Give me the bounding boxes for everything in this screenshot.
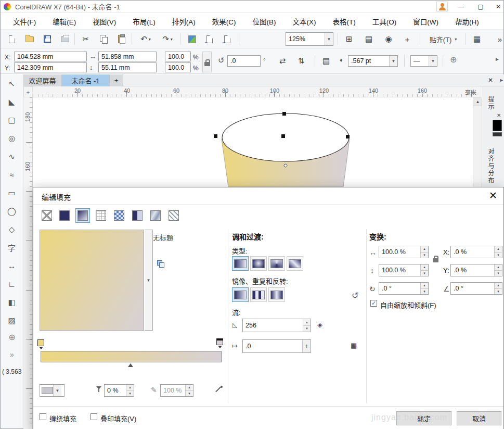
- object-width-field[interactable]: 51.858 mm: [98, 52, 157, 61]
- menu-table[interactable]: 表格(T): [325, 13, 364, 29]
- node-transparency-field[interactable]: 0 % ▴▾: [104, 384, 134, 397]
- gradient-stop-end[interactable]: [216, 338, 223, 345]
- close-document-button[interactable]: ✕: [488, 77, 493, 84]
- polygon-tool[interactable]: ◇: [1, 220, 23, 238]
- maximize-button[interactable]: ▢: [472, 1, 489, 13]
- selection-handle-right[interactable]: [346, 135, 350, 138]
- options-button[interactable]: ▦: [470, 32, 484, 46]
- wireframe-button[interactable]: ▤: [319, 54, 333, 68]
- print-button[interactable]: [58, 32, 72, 46]
- selection-handle-top[interactable]: [282, 112, 286, 116]
- dialog-close-button[interactable]: ✕: [487, 189, 499, 201]
- menu-tools[interactable]: 工具(O): [364, 13, 405, 29]
- freehand-tool[interactable]: ∿: [1, 147, 23, 166]
- fill-x-field[interactable]: .0 % ▴▾: [450, 246, 502, 258]
- propbar-overflow-button[interactable]: ►: [495, 56, 500, 62]
- node-color-combo[interactable]: ▼: [40, 384, 64, 397]
- scroll-up-button[interactable]: ▲: [473, 97, 482, 106]
- text-tool[interactable]: 字: [1, 238, 23, 257]
- cut-button[interactable]: ✂: [79, 32, 93, 46]
- lock-ratio-button[interactable]: [202, 52, 212, 72]
- transparency-tool[interactable]: ▨: [1, 311, 23, 330]
- dimension-tool[interactable]: ↔: [1, 257, 23, 275]
- drawing-canvas[interactable]: [33, 97, 473, 187]
- menu-file[interactable]: 文件(F): [5, 13, 44, 29]
- palette-dark-swatch[interactable]: [493, 132, 502, 136]
- mirror-horizontal-button[interactable]: ⇄: [275, 54, 290, 68]
- menu-layout[interactable]: 布局(L): [124, 13, 164, 29]
- docker-tab-align-distribute[interactable]: 对齐与分布: [486, 148, 495, 184]
- paste-button[interactable]: [114, 32, 128, 46]
- fill-type-postscript[interactable]: [166, 208, 181, 223]
- menu-view[interactable]: 视图(V): [84, 13, 124, 29]
- outline-width-combo[interactable]: .567 pt ▼: [348, 55, 398, 67]
- mirror-vertical-button[interactable]: ⇅: [294, 54, 308, 68]
- menu-bitmaps[interactable]: 位图(B): [244, 13, 285, 29]
- horizontal-ruler[interactable]: 20 40 60 80 100 120 140 160 毫米: [33, 86, 481, 97]
- gradient-stop-start[interactable]: [37, 339, 44, 346]
- quick-customize-button[interactable]: ⊕: [450, 55, 457, 65]
- fill-type-texture[interactable]: [148, 208, 163, 223]
- fill-type-uniform[interactable]: [57, 208, 72, 223]
- fill-type-vector-pattern[interactable]: [94, 208, 108, 223]
- wrap-fill-checkbox[interactable]: [40, 413, 46, 420]
- node-position-stepper[interactable]: ▴▾: [185, 385, 193, 396]
- docker-tab-hints[interactable]: 提示: [486, 96, 495, 110]
- ellipse-tool[interactable]: ◯: [1, 202, 23, 220]
- fill-type-bitmap-pattern[interactable]: [112, 208, 126, 223]
- node-color-dropdown-icon[interactable]: ▼: [53, 385, 61, 396]
- copy-button[interactable]: [96, 32, 111, 46]
- rectangle-tool[interactable]: ▭: [1, 184, 23, 202]
- y-position-field[interactable]: 142.309 mm: [14, 62, 87, 72]
- menu-window[interactable]: 窗口(W): [405, 13, 447, 29]
- fill-height-stepper[interactable]: ▴▾: [420, 264, 428, 276]
- shape-tool[interactable]: ◣: [1, 93, 23, 111]
- transform-lock-icon[interactable]: [433, 258, 438, 262]
- undo-button[interactable]: ↶▾: [136, 32, 156, 46]
- fill-skew-stepper[interactable]: ▴▾: [494, 283, 502, 294]
- pick-tool[interactable]: ↖: [1, 74, 23, 93]
- ok-button[interactable]: 确定: [396, 411, 451, 425]
- smooth-blend-button[interactable]: ◈: [317, 321, 322, 329]
- account-icon[interactable]: [436, 2, 448, 11]
- fill-rotate-stepper[interactable]: ▴▾: [420, 283, 428, 294]
- free-scale-checkbox[interactable]: ✓: [370, 300, 377, 307]
- minimize-button[interactable]: —: [452, 1, 470, 13]
- fill-width-field[interactable]: 100.0 % ▴▾: [379, 246, 429, 258]
- fill-height-field[interactable]: 100.0 % ▴▾: [379, 264, 429, 276]
- fill-type-fountain[interactable]: [75, 208, 90, 223]
- ruler-origin[interactable]: +: [23, 86, 33, 97]
- interactive-fill-tool[interactable]: ◧: [1, 293, 23, 311]
- cancel-button[interactable]: 取消: [457, 411, 501, 425]
- show-rulers-button[interactable]: +: [400, 32, 415, 46]
- vertical-scrollbar[interactable]: ▲: [473, 97, 482, 187]
- vertical-ruler[interactable]: 180 160: [23, 97, 33, 429]
- reverse-fill-button[interactable]: ↺: [352, 291, 358, 300]
- cup-top-ellipse[interactable]: [222, 113, 349, 161]
- fill-rotate-field[interactable]: .0 ° ▴▾: [379, 282, 429, 295]
- line-style-combo[interactable]: — ▼: [410, 55, 437, 67]
- search-content-button[interactable]: [185, 32, 199, 46]
- page-layout-button[interactable]: ▤: [361, 32, 376, 46]
- line-style-dropdown-icon[interactable]: ▼: [429, 56, 437, 66]
- tab-untitled-document[interactable]: 未命名 -1: [62, 74, 110, 86]
- edge-pad-button[interactable]: ▦: [351, 342, 357, 349]
- gradient-type-rectangular[interactable]: [287, 256, 303, 271]
- add-tool-button[interactable]: ⊕: [1, 331, 23, 343]
- object-node[interactable]: [284, 164, 287, 167]
- connector-tool[interactable]: ∟: [1, 275, 23, 293]
- artistic-media-tool[interactable]: ≈: [1, 166, 23, 184]
- gradient-type-conical[interactable]: [268, 256, 285, 271]
- x-position-field[interactable]: 104.528 mm: [14, 52, 87, 61]
- repeat-mode-default[interactable]: [232, 287, 249, 302]
- overprint-fill-checkbox[interactable]: [91, 413, 97, 420]
- zoom-level-combo[interactable]: 125% ▼: [286, 32, 333, 46]
- outline-width-dropdown-icon[interactable]: ▼: [389, 56, 397, 66]
- application-launcher-button[interactable]: ⊞: [342, 32, 356, 46]
- menu-arrange[interactable]: 排列(A): [164, 13, 204, 29]
- palette-black-swatch[interactable]: [493, 120, 502, 131]
- crop-tool[interactable]: ▢: [1, 111, 23, 129]
- fill-x-stepper[interactable]: ▴▾: [494, 246, 502, 258]
- node-transparency-stepper[interactable]: ▴▾: [126, 385, 134, 396]
- save-button[interactable]: [40, 32, 55, 46]
